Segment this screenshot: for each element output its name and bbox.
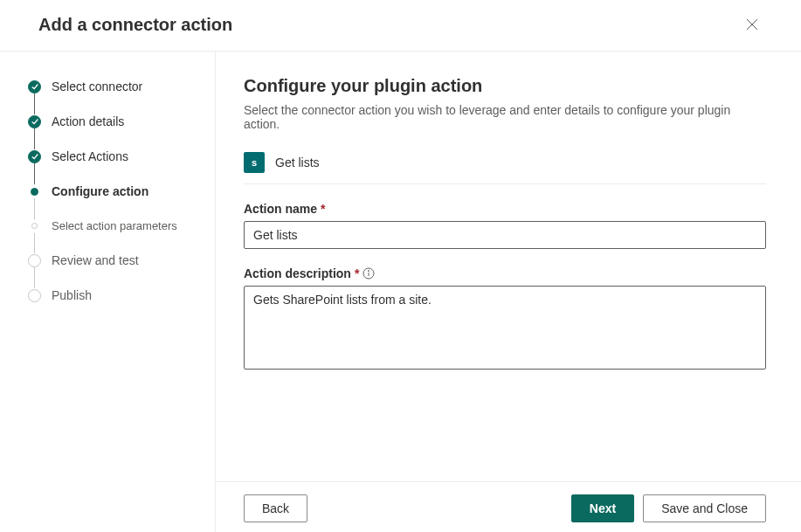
next-button[interactable]: Next (571, 494, 634, 522)
back-button[interactable]: Back (244, 494, 307, 522)
check-icon (28, 80, 41, 93)
step-configure-action[interactable]: Configure action (28, 184, 201, 219)
step-review-and-test[interactable]: Review and test (28, 253, 201, 288)
step-label: Select Actions (52, 149, 128, 163)
field-action-description: Action description * (244, 266, 766, 373)
sharepoint-icon: s (244, 152, 265, 173)
info-icon[interactable] (363, 267, 375, 280)
close-icon (745, 17, 759, 31)
content-area: Configure your plugin action Select the … (216, 52, 801, 481)
step-label: Review and test (52, 253, 139, 267)
substep-dot-icon (31, 223, 38, 229)
pending-circle-icon (28, 254, 41, 267)
field-action-name: Action name * (244, 202, 766, 249)
dialog-title: Add a connector action (38, 15, 232, 35)
step-label: Configure action (52, 184, 148, 198)
step-list: Select connector Action details Select A… (28, 79, 201, 302)
step-publish[interactable]: Publish (28, 288, 201, 302)
step-select-action-parameters[interactable]: Select action parameters (28, 219, 201, 253)
dialog-header: Add a connector action (0, 0, 801, 52)
selected-connector-row: s Get lists (244, 152, 766, 184)
current-dot-icon (31, 188, 38, 196)
action-description-label: Action description * (244, 266, 766, 280)
save-and-close-button[interactable]: Save and Close (643, 494, 766, 522)
wizard-sidebar: Select connector Action details Select A… (0, 52, 216, 532)
dialog-footer: Back Next Save and Close (216, 481, 801, 532)
step-label: Select connector (52, 79, 142, 93)
check-icon (28, 150, 41, 163)
footer-right-buttons: Next Save and Close (571, 494, 766, 522)
required-asterisk: * (355, 266, 359, 280)
connector-name: Get lists (275, 155, 320, 169)
dialog-body: Select connector Action details Select A… (0, 52, 801, 532)
action-name-input[interactable] (244, 221, 766, 249)
page-heading: Configure your plugin action (244, 76, 766, 96)
page-subtitle: Select the connector action you wish to … (244, 103, 766, 131)
close-button[interactable] (742, 14, 763, 35)
step-label: Action details (52, 114, 124, 128)
main-panel: Configure your plugin action Select the … (216, 52, 801, 532)
step-action-details[interactable]: Action details (28, 114, 201, 149)
action-name-label: Action name * (244, 202, 766, 216)
step-select-connector[interactable]: Select connector (28, 79, 201, 114)
action-description-input[interactable] (244, 286, 766, 370)
svg-point-4 (369, 271, 369, 272)
check-icon (28, 115, 41, 128)
step-label: Publish (52, 288, 92, 302)
required-asterisk: * (321, 202, 325, 216)
step-label: Select action parameters (52, 219, 177, 232)
pending-circle-icon (28, 289, 41, 302)
step-select-actions[interactable]: Select Actions (28, 149, 201, 184)
